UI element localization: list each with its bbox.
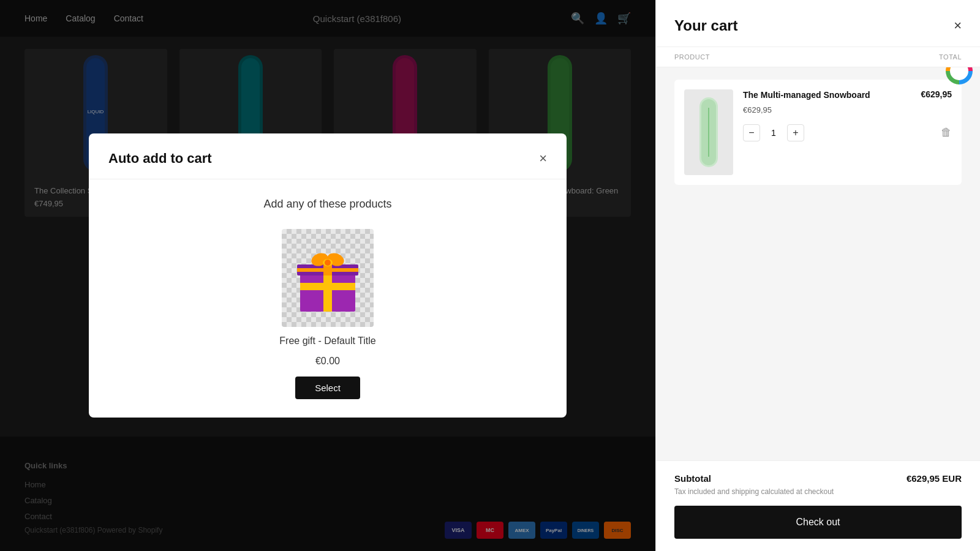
select-gift-button[interactable]: Select: [295, 377, 360, 399]
remove-item-button[interactable]: 🗑: [941, 126, 952, 139]
increase-quantity-button[interactable]: +: [787, 124, 804, 141]
subtotal-row: Subtotal €629,95 EUR: [674, 473, 962, 484]
gift-product-image: [282, 229, 374, 327]
modal-header: Auto add to cart ×: [89, 133, 567, 179]
cart-sidebar: Your cart × PRODUCT TOTAL The Multi-mana…: [655, 0, 980, 551]
gift-product-card: Free gift - Default Title €0.00 Select: [279, 229, 375, 399]
cart-item-name: The Multi-managed Snowboard: [743, 89, 870, 102]
modal-body: Add any of these products: [89, 179, 567, 417]
cart-items-list: The Multi-managed Snowboard €629,95 €629…: [656, 67, 980, 460]
cart-quantity-controls: − 1 +: [743, 124, 804, 141]
modal-close-button[interactable]: ×: [539, 151, 547, 167]
modal-overlay: Auto add to cart × Add any of these prod…: [0, 0, 655, 551]
cart-item-unit-price: €629,95: [743, 105, 952, 114]
modal-title: Auto add to cart: [108, 151, 212, 167]
cart-product-column: PRODUCT: [674, 53, 710, 61]
subtotal-value: €629,95 EUR: [907, 473, 962, 484]
cart-header: Your cart ×: [656, 0, 980, 47]
cart-column-headers: PRODUCT TOTAL: [656, 47, 980, 67]
decrease-quantity-button[interactable]: −: [743, 124, 760, 141]
cart-item-details: The Multi-managed Snowboard €629,95 €629…: [743, 89, 952, 175]
checkout-button[interactable]: Check out: [674, 506, 962, 539]
gift-product-name: Free gift - Default Title: [279, 334, 375, 348]
svg-rect-12: [323, 272, 332, 312]
badge-inner: [950, 67, 968, 80]
tax-note: Tax included and shipping calculated at …: [674, 487, 962, 496]
cart-title: Your cart: [674, 17, 738, 34]
cart-item-quantity: 1: [767, 128, 780, 138]
cart-item-controls: − 1 + 🗑: [743, 124, 952, 141]
subtotal-label: Subtotal: [674, 473, 711, 484]
modal-subtitle: Add any of these products: [108, 198, 547, 211]
cart-item-name-row: The Multi-managed Snowboard €629,95: [743, 89, 952, 105]
cart-footer: Subtotal €629,95 EUR Tax included and sh…: [656, 460, 980, 551]
cart-item-total: €629,95: [921, 89, 952, 99]
cart-item-image: [684, 89, 733, 175]
svg-point-18: [325, 260, 331, 266]
page-background: Home Catalog Contact Quickstart (e381f80…: [0, 0, 655, 551]
cart-item: The Multi-managed Snowboard €629,95 €629…: [674, 80, 962, 185]
auto-add-modal: Auto add to cart × Add any of these prod…: [89, 133, 567, 417]
gift-product-price: €0.00: [315, 356, 340, 367]
cart-close-button[interactable]: ×: [954, 18, 962, 34]
cart-total-column: TOTAL: [939, 53, 962, 61]
